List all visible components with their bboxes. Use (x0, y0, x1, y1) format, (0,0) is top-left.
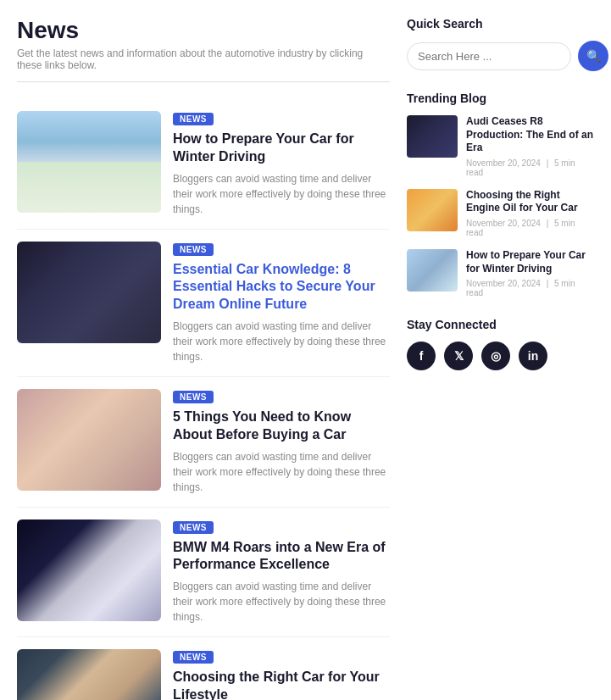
article-description: Bloggers can avoid wasting time and deli… (173, 171, 390, 217)
trending-meta: November 20, 2024 | 5 min read (466, 158, 593, 177)
article-image (17, 242, 161, 343)
trending-item-title[interactable]: How to Prepare Your Car for Winter Drivi… (466, 249, 593, 275)
trending-meta: November 20, 2024 | 5 min read (466, 279, 593, 297)
social-title: Stay Connected (407, 318, 593, 331)
article-content: NEWS Essential Car Knowledge: 8 Essentia… (173, 242, 390, 364)
article-item: NEWS 5 Things You Need to Know About Bef… (17, 377, 390, 508)
article-image-placeholder (17, 649, 161, 700)
quick-search-section: Quick Search 🔍 (407, 17, 593, 71)
social-icons: f𝕏◎in (407, 342, 593, 370)
article-image-placeholder (17, 389, 161, 491)
article-content: NEWS 5 Things You Need to Know About Bef… (173, 389, 390, 495)
search-icon: 🔍 (586, 49, 601, 63)
trending-item: Choosing the Right Engine Oil for Your C… (407, 189, 593, 237)
article-description: Bloggers can avoid wasting time and deli… (173, 449, 390, 495)
meta-separator: | (547, 279, 549, 288)
article-item: NEWS How to Prepare Your Car for Winter … (17, 99, 390, 230)
twitter-social-icon[interactable]: 𝕏 (444, 342, 473, 370)
trending-date: November 20, 2024 (466, 279, 541, 288)
trending-list: Audi Ceases R8 Production: The End of an… (407, 115, 593, 297)
article-content: NEWS Choosing the Right Car for Your Lif… (173, 649, 390, 700)
trending-section: Trending Blog Audi Ceases R8 Production:… (407, 92, 593, 297)
article-content: NEWS How to Prepare Your Car for Winter … (173, 111, 390, 217)
article-description: Bloggers can avoid wasting time and deli… (173, 579, 390, 625)
trending-item-title[interactable]: Choosing the Right Engine Oil for Your C… (466, 189, 593, 215)
social-section: Stay Connected f𝕏◎in (407, 318, 593, 370)
trending-thumbnail (407, 249, 458, 292)
main-content: News Get the latest news and information… (17, 17, 390, 700)
trending-item: Audi Ceases R8 Production: The End of an… (407, 115, 593, 177)
article-image-placeholder (17, 519, 161, 621)
trending-date: November 20, 2024 (466, 158, 541, 168)
article-image (17, 519, 161, 621)
article-content: NEWS BMW M4 Roars into a New Era of Perf… (173, 519, 390, 625)
trending-thumbnail (407, 189, 458, 231)
trending-date: November 20, 2024 (466, 219, 541, 228)
trending-info: Audi Ceases R8 Production: The End of an… (466, 115, 593, 177)
instagram-social-icon[interactable]: ◎ (481, 342, 510, 370)
article-list: NEWS How to Prepare Your Car for Winter … (17, 99, 390, 700)
article-item: NEWS Essential Car Knowledge: 8 Essentia… (17, 230, 390, 377)
article-image-placeholder (17, 111, 161, 213)
search-bar: 🔍 (407, 41, 593, 71)
divider (17, 81, 390, 82)
article-category: NEWS (173, 113, 214, 125)
article-image (17, 649, 161, 700)
article-title[interactable]: Essential Car Knowledge: 8 Essential Hac… (173, 261, 390, 314)
article-item: NEWS BMW M4 Roars into a New Era of Perf… (17, 508, 390, 638)
article-image (17, 389, 161, 491)
page-title: News (17, 17, 390, 44)
quick-search-title: Quick Search (407, 17, 593, 31)
article-category: NEWS (173, 651, 214, 664)
meta-separator: | (547, 158, 549, 168)
search-button[interactable]: 🔍 (578, 41, 608, 71)
linkedin-social-icon[interactable]: in (519, 342, 547, 370)
trending-thumbnail (407, 115, 458, 158)
trending-title: Trending Blog (407, 92, 593, 105)
trending-info: How to Prepare Your Car for Winter Drivi… (466, 249, 593, 297)
article-title: Choosing the Right Car for Your Lifestyl… (173, 669, 390, 700)
article-title-link[interactable]: Essential Car Knowledge: 8 Essential Hac… (173, 262, 375, 312)
trending-item-title[interactable]: Audi Ceases R8 Production: The End of an… (466, 115, 593, 155)
article-item: NEWS Choosing the Right Car for Your Lif… (17, 637, 390, 700)
article-category: NEWS (173, 391, 214, 403)
article-category: NEWS (173, 243, 214, 256)
article-image-placeholder (17, 242, 161, 343)
page-subtitle: Get the latest news and information abou… (17, 47, 390, 71)
meta-separator: | (547, 219, 549, 228)
article-title: 5 Things You Need to Know About Before B… (173, 408, 390, 444)
trending-meta: November 20, 2024 | 5 min read (466, 219, 593, 237)
facebook-social-icon[interactable]: f (407, 342, 436, 370)
article-title: BMW M4 Roars into a New Era of Performan… (173, 539, 390, 575)
article-image (17, 111, 161, 213)
search-input[interactable] (407, 42, 571, 70)
trending-info: Choosing the Right Engine Oil for Your C… (466, 189, 593, 237)
trending-item: How to Prepare Your Car for Winter Drivi… (407, 249, 593, 297)
article-description: Bloggers can avoid wasting time and deli… (173, 319, 390, 364)
article-category: NEWS (173, 521, 214, 534)
article-title: How to Prepare Your Car for Winter Drivi… (173, 131, 390, 166)
page-wrapper: News Get the latest news and information… (0, 0, 611, 700)
sidebar: Quick Search 🔍 Trending Blog Audi Ceases… (407, 17, 593, 700)
